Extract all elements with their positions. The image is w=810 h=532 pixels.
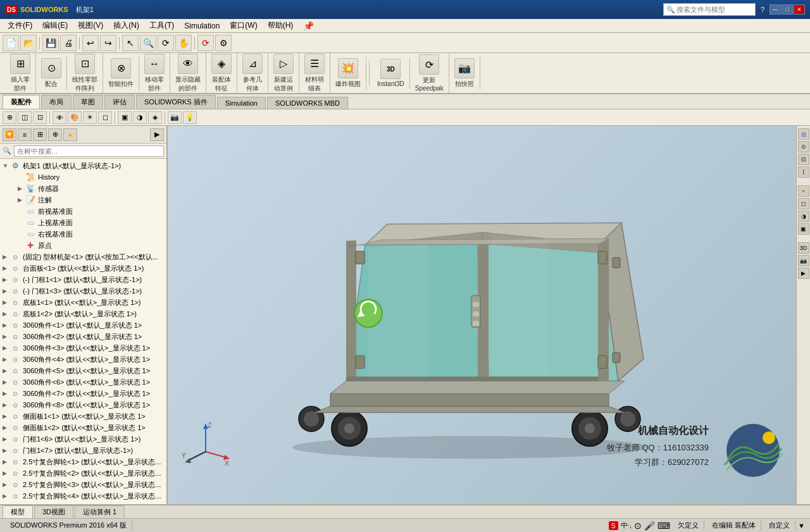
hide-show-button[interactable]: 👁 xyxy=(53,111,66,124)
new-motion-button[interactable]: ▷ xyxy=(273,54,294,74)
appearance-rt-button[interactable]: ● xyxy=(798,185,809,197)
rebuild-button[interactable]: ⟳ xyxy=(197,35,214,51)
search-box[interactable]: 🔍 xyxy=(663,3,756,16)
tree-item-bracket7[interactable]: ▶ ⊙ 3060角件<7> (默认<<默认>_显示状态 1> xyxy=(0,388,166,399)
tree-item-bracket4[interactable]: ▶ ⊙ 3060角件<4> (默认<<默认>_显示状态 1> xyxy=(0,354,166,365)
view-orientation-button[interactable]: ⊕ xyxy=(3,111,16,124)
tree-item-bracket6[interactable]: ▶ ⊙ 3060角件<6> (默认<<默认>_显示状态 1> xyxy=(0,376,166,388)
menu-help[interactable]: 帮助(H) xyxy=(263,19,299,32)
tree-item-door1[interactable]: ▶ ⊙ (-) 门框1<1> (默认<默认_显示状态-1>) xyxy=(0,274,166,285)
menu-tools[interactable]: 工具(T) xyxy=(144,19,179,32)
light-button[interactable]: 💡 xyxy=(183,111,197,124)
view-dynamic-button[interactable]: ⊡ xyxy=(33,111,47,124)
tree-item-bracket3[interactable]: ▶ ⊙ 3060角件<3> (默认<<默认>_显示状态 1> xyxy=(0,342,166,354)
appearance-button[interactable]: 🎨 xyxy=(68,111,82,124)
help-icon[interactable]: ? xyxy=(758,6,767,13)
new-button[interactable]: 📄 xyxy=(3,35,19,51)
tree-item-frame[interactable]: ▶ ⊙ (固定) 型材机架<1> (默认<按加工><<默认... xyxy=(0,251,166,263)
tree-item-annotations[interactable]: ▶ 📝 注解 xyxy=(0,194,166,206)
scene-button[interactable]: ☀ xyxy=(83,111,97,124)
open-button[interactable]: 📂 xyxy=(20,35,37,51)
view-cam-button[interactable]: 📷 xyxy=(798,255,809,266)
color-button[interactable]: ● xyxy=(63,128,77,141)
display-mode-button[interactable]: ▣ xyxy=(118,111,132,124)
view-hide-button[interactable]: ◑ xyxy=(798,211,809,222)
expand-button[interactable]: ⊞ xyxy=(33,128,47,141)
menu-simulation[interactable]: Simulation xyxy=(179,20,225,32)
tree-item-caster4[interactable]: ▶ ⊙ 2.5寸复合脚轮<4> (默认<<默认>_显示状态... xyxy=(0,490,166,502)
view-section-rt-button[interactable]: ▣ xyxy=(798,223,809,235)
options-button[interactable]: ⚙ xyxy=(215,35,232,51)
maximize-button[interactable]: □ xyxy=(782,4,793,15)
tree-item-front-plane[interactable]: ▭ 前视基准面 xyxy=(0,206,166,217)
insert-component-button[interactable]: ⊞ xyxy=(10,54,30,74)
close-button[interactable]: ✕ xyxy=(794,4,805,15)
filter-button[interactable]: 🔽 xyxy=(3,128,16,141)
pan-button[interactable]: ✋ xyxy=(175,35,192,51)
speedpak-button[interactable]: ⟳ xyxy=(419,54,439,75)
snapshot-button[interactable]: 📷 xyxy=(454,58,475,78)
tree-item-caster2[interactable]: ▶ ⊙ 2.5寸复合脚轮<2> (默认<<默认>_显示状态... xyxy=(0,467,166,479)
bom-button[interactable]: ☰ xyxy=(304,54,325,74)
panel-expand-button[interactable]: ▶ xyxy=(150,128,164,141)
assembly-feature-button[interactable]: ◈ xyxy=(211,54,232,74)
tree-item-sensors[interactable]: ▶ 📡 传感器 xyxy=(0,183,166,194)
tree-item-divider[interactable]: ▶ ⊙ 分隔固定块<1> (默认<<默认>_显示状态 1... xyxy=(0,502,166,504)
tree-item-table[interactable]: ▶ ⊙ 台面板<1> (默认<<默认>_显示状态 1>) xyxy=(0,263,166,274)
tab-assembly[interactable]: 装配件 xyxy=(3,95,40,109)
status-arrow[interactable]: ▼ xyxy=(798,522,805,529)
tree-search-input[interactable] xyxy=(14,145,164,157)
input-toggle[interactable]: 中·, xyxy=(621,521,632,530)
render-button[interactable]: ◈ xyxy=(148,111,162,124)
tree-item-origin[interactable]: ✚ 原点 xyxy=(0,240,166,251)
tree-item-bracket8[interactable]: ▶ ⊙ 3060角件<8> (默认<<默认>_显示状态 1> xyxy=(0,399,166,411)
tree-item-base2[interactable]: ▶ ⊙ 底板1<2> (默认<默认>_显示状态 1>) xyxy=(0,308,166,319)
reference-geo-button[interactable]: ⊿ xyxy=(242,54,263,74)
tree-item-bracket1[interactable]: ▶ ⊙ 3060角件<1> (默认<默认_显示状态 1> xyxy=(0,319,166,331)
collapse-button[interactable]: ≡ xyxy=(18,128,32,141)
shadow-button[interactable]: ◑ xyxy=(133,111,147,124)
save-button[interactable]: 💾 xyxy=(42,35,59,51)
search-input[interactable] xyxy=(676,6,752,13)
minimize-button[interactable]: — xyxy=(770,4,781,15)
view-prev-button[interactable]: ⟨ xyxy=(798,166,809,178)
move-component-button[interactable]: ↔ xyxy=(144,54,165,74)
tree-item-bracket2[interactable]: ▶ ⊙ 3060角件<2> (默认<默认_显示状态 1> xyxy=(0,331,166,342)
view-section-button[interactable]: ◫ xyxy=(18,111,32,124)
tree-item-side2[interactable]: ▶ ⊙ 侧面板1<2> (默认<<默认>_显示状态 1> xyxy=(0,422,166,433)
zoom-button[interactable]: 🔍 xyxy=(140,35,156,51)
menu-edit[interactable]: 编辑(E) xyxy=(37,19,73,32)
tree-item-base1[interactable]: ▶ ⊙ 底板1<1> (默认<<默认>_显示状态 1>) xyxy=(0,297,166,308)
redo-button[interactable]: ↪ xyxy=(100,35,116,51)
tab-simulation[interactable]: Simulation xyxy=(217,97,266,109)
display-style-button[interactable]: ◻ xyxy=(98,111,112,124)
show-hidden-button[interactable]: 👁 xyxy=(178,54,198,74)
center-button[interactable]: ⊕ xyxy=(48,128,62,141)
cam-button[interactable]: 📷 xyxy=(168,111,182,124)
mate-button[interactable]: ⊙ xyxy=(41,58,61,78)
tab-layout[interactable]: 布局 xyxy=(41,95,72,109)
tree-item-door3[interactable]: ▶ ⊙ (-) 门框1<3> (默认<默认_显示状态-1>) xyxy=(0,285,166,297)
explode-view-button[interactable]: 💥 xyxy=(338,58,358,78)
menu-window[interactable]: 窗口(W) xyxy=(225,19,262,32)
tree-item-top-plane[interactable]: ▭ 上视基准面 xyxy=(0,217,166,228)
expand-rt-button[interactable]: ▶ xyxy=(798,268,809,279)
view-display-button[interactable]: ◻ xyxy=(798,198,809,209)
tree-item-door7[interactable]: ▶ ⊙ 门框1<7> (默认<默认_显示状态-1>) xyxy=(0,445,166,456)
tree-item-bracket5[interactable]: ▶ ⊙ 3060角件<5> (默认<<默认>_显示状态 1> xyxy=(0,365,166,376)
select-button[interactable]: ↖ xyxy=(122,35,139,51)
tab-solidworks-plugins[interactable]: SOLIDWORKS 插件 xyxy=(136,95,216,109)
3d-viewport[interactable]: ⊞ ⊙ ⊡ ⟨ ● ◻ ◑ ▣ 3D 📷 ▶ Z X xyxy=(168,126,810,504)
tree-item-history[interactable]: 📜 History xyxy=(0,171,166,183)
menu-insert[interactable]: 插入(N) xyxy=(108,19,144,32)
bottom-tab-model[interactable]: 模型 xyxy=(3,505,33,519)
tree-item-right-plane[interactable]: ▭ 右视基准面 xyxy=(0,228,166,240)
rotate-button[interactable]: ⟳ xyxy=(158,35,174,51)
view-3d-button[interactable]: 3D xyxy=(798,242,809,254)
view-zoom-fit-button[interactable]: ⊡ xyxy=(798,154,809,165)
bottom-tab-3d[interactable]: 3D视图 xyxy=(34,505,73,519)
tree-item-caster1[interactable]: ▶ ⊙ 2.5寸复合脚轮<1> (默认<<默认>_显示状态... xyxy=(0,456,166,467)
view-orient-button[interactable]: ⊙ xyxy=(798,141,809,152)
bottom-tab-motion[interactable]: 运动算例 1 xyxy=(75,505,125,519)
linear-pattern-button[interactable]: ⊡ xyxy=(75,54,95,74)
